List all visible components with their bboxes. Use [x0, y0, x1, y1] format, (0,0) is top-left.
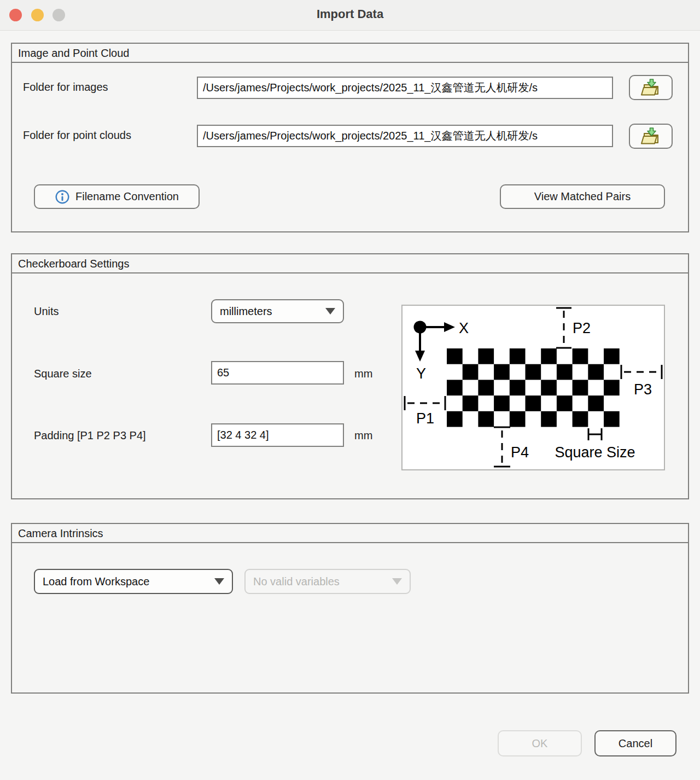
chevron-down-icon	[214, 578, 224, 585]
window-title: Import Data	[0, 7, 700, 21]
x-axis-arrow-icon	[444, 322, 455, 332]
p2-padding-marker	[556, 308, 571, 348]
titlebar: Import Data	[0, 0, 700, 31]
folder-images-input[interactable]	[197, 77, 613, 99]
chevron-down-icon	[325, 308, 335, 315]
square-size-bracket	[588, 428, 602, 440]
square-size-input[interactable]	[211, 361, 344, 385]
image-point-cloud-header: Image and Point Cloud	[12, 44, 688, 63]
p3-padding-marker	[621, 365, 662, 379]
open-folder-icon	[640, 126, 662, 146]
checkerboard-settings-header: Checkerboard Settings	[12, 254, 688, 273]
p4-label: P4	[511, 444, 529, 461]
p2-label: P2	[573, 320, 591, 336]
intrinsics-variables-dropdown[interactable]: No valid variables	[244, 569, 411, 594]
open-folder-icon	[640, 78, 662, 97]
camera-intrinsics-group: Camera Intrinsics	[11, 523, 689, 694]
p1-padding-marker	[405, 396, 445, 410]
p4-padding-marker	[494, 427, 510, 467]
padding-label: Padding [P1 P2 P3 P4]	[34, 429, 146, 442]
browse-pointclouds-button[interactable]	[629, 124, 673, 149]
units-dropdown-value: millimeters	[220, 305, 325, 318]
chevron-down-icon	[392, 578, 402, 585]
cancel-button-label: Cancel	[619, 737, 652, 750]
folder-pointclouds-input[interactable]	[197, 125, 613, 147]
info-icon	[55, 189, 70, 205]
padding-input[interactable]	[211, 423, 344, 447]
checkerboard-diagram-svg: X Y P2 P3 P1 P4	[402, 306, 664, 469]
square-size-diagram-label: Square Size	[555, 444, 635, 461]
p3-label: P3	[634, 381, 652, 398]
ok-button-label: OK	[532, 737, 548, 750]
y-axis-label: Y	[416, 365, 426, 382]
checkerboard-diagram: X Y P2 P3 P1 P4	[401, 305, 665, 470]
folder-images-label: Folder for images	[23, 81, 108, 94]
units-label: Units	[34, 305, 59, 318]
padding-unit-label: mm	[354, 429, 372, 442]
browse-images-button[interactable]	[629, 75, 673, 100]
ok-button[interactable]: OK	[498, 730, 582, 756]
units-dropdown[interactable]: millimeters	[211, 299, 344, 323]
view-matched-pairs-button[interactable]: View Matched Pairs	[500, 184, 665, 209]
filename-convention-label: Filename Convention	[75, 190, 179, 203]
folder-pointclouds-label: Folder for point clouds	[23, 129, 131, 142]
square-size-label: Square size	[34, 368, 92, 380]
filename-convention-button[interactable]: Filename Convention	[34, 184, 200, 209]
view-matched-pairs-label: View Matched Pairs	[534, 190, 631, 203]
y-axis-arrow-icon	[415, 351, 425, 362]
square-size-unit-label: mm	[354, 368, 372, 380]
intrinsics-variables-value: No valid variables	[253, 575, 392, 588]
camera-intrinsics-header: Camera Intrinsics	[12, 524, 688, 543]
cancel-button[interactable]: Cancel	[594, 730, 676, 756]
intrinsics-source-value: Load from Workspace	[43, 575, 214, 588]
checkerboard-pattern	[447, 348, 620, 427]
x-axis-label: X	[459, 320, 469, 336]
p1-label: P1	[416, 410, 434, 427]
intrinsics-source-dropdown[interactable]: Load from Workspace	[34, 569, 233, 594]
